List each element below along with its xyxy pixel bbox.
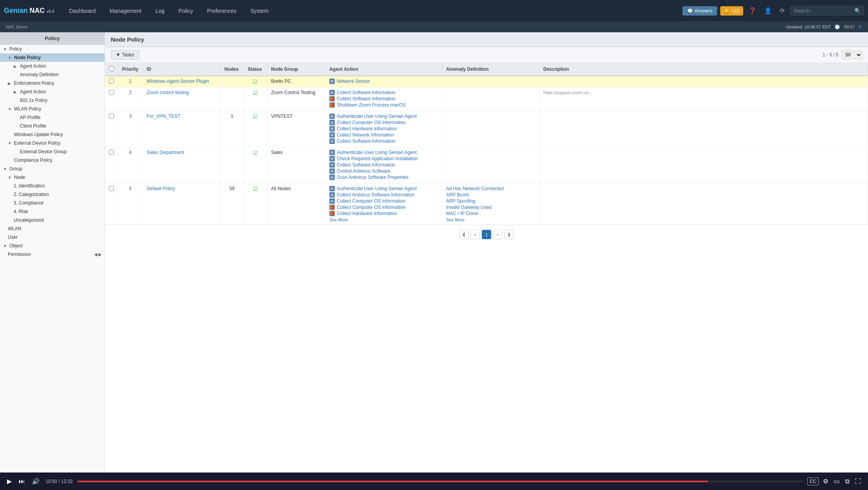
- captions-button[interactable]: CC: [807, 478, 819, 485]
- sidebar-item-agent-action-2[interactable]: ▶ Agent Action: [0, 88, 105, 96]
- miniplayer-button[interactable]: ⧉: [844, 477, 850, 486]
- row5-anomaly-4: Invalid Gateway Used: [446, 205, 535, 210]
- settings-button[interactable]: ⚙: [822, 476, 830, 486]
- sidebar-item-object-root[interactable]: ▼ Object: [0, 242, 105, 250]
- sidebar-label-identification: 1. Identification: [14, 183, 102, 189]
- row1-checkbox[interactable]: [109, 79, 114, 84]
- sidebar-label-8021x: 802.1x Policy: [20, 98, 102, 103]
- row4-action-5: ⊞ Scan Antivirus Software Properties: [329, 175, 438, 180]
- status-clock-icon: 🕐: [835, 24, 840, 30]
- row2-action-2: 🍎 Collect Software Information: [329, 96, 438, 102]
- sidebar-item-anomaly-definition[interactable]: Anomaly Definition: [0, 70, 105, 79]
- sidebar-item-risk[interactable]: 4. Risk: [0, 207, 105, 216]
- row3-action-label-3: Collect Hardware Information: [337, 126, 397, 131]
- sidebar-label-categorization: 2. Categorization: [14, 192, 102, 197]
- play-pause-button[interactable]: ▶: [6, 476, 13, 486]
- row2-action-3: 🍎 Shutdown Zoom Process macOS: [329, 102, 438, 108]
- nav-management[interactable]: Management: [103, 0, 149, 21]
- row2-policy-link[interactable]: Zoom control testing: [147, 90, 189, 95]
- per-page-select[interactable]: 50 100: [842, 51, 862, 59]
- th-agent-action: Agent Action: [326, 63, 442, 76]
- sidebar-item-enforcement-policy[interactable]: ▶ Enforcement Policy: [0, 79, 105, 88]
- sidebar-item-ext-device-group[interactable]: External Device Group: [0, 147, 105, 156]
- sidebar-item-windows-update[interactable]: Windows Update Policy: [0, 130, 105, 139]
- row5-checkbox[interactable]: [109, 186, 114, 191]
- row5-policy-link[interactable]: Default Policy: [147, 186, 175, 191]
- row4-checkbox[interactable]: [109, 150, 114, 155]
- page-first-btn[interactable]: ⟪: [459, 230, 469, 239]
- page-last-btn[interactable]: ⟫: [504, 230, 514, 239]
- notif-count: 122: [732, 8, 739, 14]
- sidebar-item-user[interactable]: User: [0, 233, 105, 242]
- row3-checkbox-cell: [105, 111, 118, 147]
- row5-action-label-1: Authenticate User Using Genian Agent: [337, 186, 416, 191]
- search-icon[interactable]: 🔍: [854, 8, 861, 14]
- sidebar-item-wlan[interactable]: WLAN: [0, 224, 105, 233]
- row4-check-icon: ☑: [253, 150, 258, 156]
- sidebar-item-wlan-policy[interactable]: ▼ WLAN Policy: [0, 105, 105, 113]
- sidebar-item-uncategorized[interactable]: Uncategorized: [0, 216, 105, 224]
- windows-icon: ⊞: [329, 132, 335, 138]
- help-button[interactable]: ❓: [746, 5, 759, 16]
- row5-action-1: ⊞ Authenticate User Using Genian Agent: [329, 186, 438, 191]
- search-input[interactable]: [794, 8, 852, 14]
- video-progress-bar[interactable]: [77, 481, 803, 482]
- page-next-btn[interactable]: ›: [493, 230, 502, 239]
- sidebar-item-client-profile[interactable]: Client Profile: [0, 122, 105, 130]
- nav-dashboard[interactable]: Dashboard: [62, 0, 103, 21]
- notif-icon: 🔔: [724, 8, 730, 14]
- notification-button[interactable]: 🔔 122: [720, 6, 743, 16]
- nav-system[interactable]: System: [243, 0, 276, 21]
- app-logo: Genian NAC v5.0: [4, 7, 54, 15]
- row2-desc: https://support.zoom.us/...: [539, 88, 868, 111]
- fullscreen-button[interactable]: ⛶: [854, 477, 862, 486]
- user-button[interactable]: 👤: [762, 5, 774, 16]
- sidebar-item-identification[interactable]: 1. Identification: [0, 182, 105, 190]
- expand-icon: ▶: [14, 90, 18, 94]
- theater-button[interactable]: ▭: [833, 476, 841, 486]
- row3-nodes: 1: [220, 111, 244, 147]
- sidebar-item-compliance-node[interactable]: 3. Compliance: [0, 199, 105, 207]
- skip-forward-button[interactable]: ⏭: [18, 477, 26, 486]
- nav-preferences[interactable]: Preferences: [200, 0, 243, 21]
- sidebar-item-node-policy[interactable]: ▼ Node Policy: [0, 53, 105, 62]
- row3-agent-actions: ⊞ Authenticate User Using Genian Agent ⊞…: [326, 111, 442, 147]
- sidebar-item-categorization[interactable]: 2. Categorization: [0, 190, 105, 199]
- sidebar-item-group-root[interactable]: ▼ Group: [0, 164, 105, 173]
- sidebar-item-node[interactable]: ▼ Node: [0, 173, 105, 182]
- row5-agent-see-more[interactable]: See More: [329, 217, 438, 222]
- toolbar: ▼ Tasks 1 - 5 / 5 50 100: [105, 47, 868, 63]
- sidebar-item-policy-root[interactable]: ▼ Policy: [0, 45, 105, 53]
- sidebar-item-compliance[interactable]: Compliance Policy: [0, 156, 105, 164]
- windows-icon: ⊞: [329, 79, 335, 84]
- nav-log[interactable]: Log: [149, 0, 172, 21]
- nav-policy[interactable]: Policy: [172, 0, 200, 21]
- sidebar-item-ext-device-policy[interactable]: ▼ External Device Policy: [0, 139, 105, 147]
- row4-action-label-5: Scan Antivirus Software Properties: [337, 175, 409, 180]
- row5-action-3: ⊞ Collect Computer OS Information: [329, 198, 438, 204]
- row4-action-3: ⊞ Collect Software Information: [329, 162, 438, 168]
- refresh-icon[interactable]: ↻: [859, 24, 862, 30]
- sidebar-item-8021x[interactable]: 802.1x Policy: [0, 96, 105, 105]
- row4-policy-link[interactable]: Sales Department: [147, 150, 184, 155]
- page-1-btn[interactable]: 1: [482, 230, 491, 239]
- logout-button[interactable]: ⟳: [777, 5, 787, 16]
- page-prev-btn[interactable]: ‹: [471, 230, 480, 239]
- sidebar-item-permission[interactable]: Permission ◀ ▶: [0, 250, 105, 259]
- select-all-checkbox[interactable]: [109, 66, 114, 71]
- th-anomaly-def: Anomaly Definition: [442, 63, 539, 76]
- tasks-button[interactable]: ▼ Tasks: [111, 50, 139, 60]
- row3-policy-link[interactable]: For_VPN_TEST: [147, 114, 180, 119]
- row2-anomaly: [442, 88, 539, 111]
- row3-checkbox[interactable]: [109, 114, 114, 119]
- row2-checkbox[interactable]: [109, 90, 114, 95]
- row5-anomaly-see-more[interactable]: See More: [446, 217, 535, 222]
- expand-icon: ▶: [8, 81, 12, 86]
- sidebar-item-agent-action-1[interactable]: ▶ Agent Action: [0, 62, 105, 70]
- sidebar-nav-arrows[interactable]: ◀ ▶: [94, 252, 102, 257]
- policy-table: Priority ID Nodes Status Node Group Agen…: [105, 63, 868, 225]
- sidebar-item-ap-profile[interactable]: AP Profile: [0, 113, 105, 122]
- answers-button[interactable]: 💬 Answers: [682, 6, 717, 16]
- volume-button[interactable]: 🔊: [31, 476, 41, 486]
- row1-policy-link[interactable]: Windows Agent Sensor Plugin: [147, 79, 209, 84]
